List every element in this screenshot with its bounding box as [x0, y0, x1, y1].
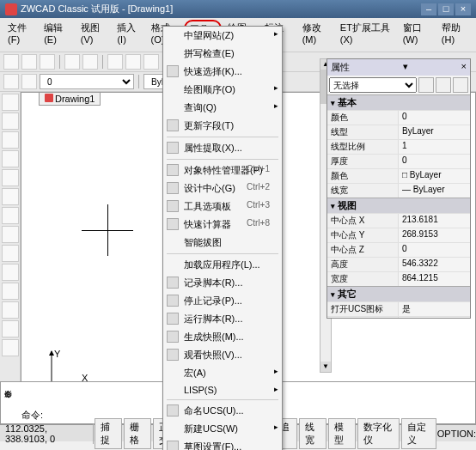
- document-tab[interactable]: Drawing1: [39, 92, 101, 106]
- hatch-tool[interactable]: [2, 264, 19, 281]
- menu-item-22[interactable]: LISP(S): [163, 382, 282, 398]
- status-toggle[interactable]: 捕捉: [95, 418, 122, 449]
- menu-item-icon: [167, 313, 179, 325]
- menu-0[interactable]: 文件(F): [3, 20, 38, 50]
- menu-item-18[interactable]: 运行脚本(R)...: [163, 310, 282, 328]
- menu-10[interactable]: 窗口(W): [399, 20, 436, 50]
- prop-row[interactable]: 颜色□ ByLayer: [327, 168, 470, 183]
- new-button[interactable]: [3, 54, 19, 70]
- menu-item-5[interactable]: 更新字段(T): [163, 117, 282, 135]
- line-tool[interactable]: [2, 94, 19, 111]
- menu-item-17[interactable]: 停止记录(P)...: [163, 292, 282, 310]
- menu-item-1[interactable]: 拼写检查(E): [163, 45, 282, 63]
- text-tool[interactable]: [2, 283, 19, 300]
- menu-8[interactable]: 修改(M): [298, 20, 334, 50]
- menu-item-10[interactable]: 设计中心(G)Ctrl+2: [163, 179, 282, 198]
- preview-button[interactable]: [82, 54, 98, 70]
- menu-item-7[interactable]: 属性提取(X)...: [163, 139, 282, 157]
- layer-props-button[interactable]: [21, 74, 37, 89]
- minimize-button[interactable]: –: [421, 3, 436, 15]
- region-tool[interactable]: [2, 320, 19, 338]
- doc-icon: [45, 94, 53, 102]
- menu-item-3[interactable]: 绘图顺序(O): [163, 81, 282, 99]
- print-button[interactable]: [64, 54, 80, 70]
- status-toggle[interactable]: 自定义: [401, 418, 436, 449]
- prop-row[interactable]: UCS名称: [327, 316, 470, 318]
- prop-row[interactable]: 中心点 Y268.9153: [327, 228, 470, 242]
- menu-item-icon: [167, 182, 179, 194]
- rect-tool[interactable]: [2, 169, 19, 186]
- prop-row[interactable]: 中心点 X213.6181: [327, 213, 470, 228]
- pline-tool[interactable]: [2, 131, 19, 149]
- menu-separator: [167, 137, 278, 137]
- save-button[interactable]: [40, 54, 55, 70]
- menu-item-26[interactable]: 草图设置(F)...: [163, 438, 282, 450]
- close-button[interactable]: ×: [455, 3, 471, 15]
- copy-button[interactable]: [125, 54, 141, 70]
- menu-item-20[interactable]: 观看快照(V)...: [163, 346, 282, 364]
- menu-2[interactable]: 视图(V): [76, 20, 112, 50]
- layer-button[interactable]: [3, 74, 19, 89]
- menu-item-icon: [167, 164, 179, 176]
- menu-11[interactable]: 帮助(H): [437, 20, 473, 50]
- spline-tool[interactable]: [2, 226, 19, 243]
- status-toggle[interactable]: 数字化仪: [357, 418, 400, 449]
- quick-select-button[interactable]: [418, 77, 434, 93]
- menu-item-12[interactable]: 快速计算器Ctrl+8: [163, 216, 282, 234]
- pin-icon[interactable]: ▾: [403, 61, 408, 74]
- menu-item-9[interactable]: 对象特性管理器(P)Ctrl+1: [163, 161, 282, 179]
- prop-row[interactable]: 中心点 Z0: [327, 242, 470, 257]
- ellipse-tool[interactable]: [2, 245, 19, 262]
- panel-close-icon[interactable]: ×: [461, 61, 467, 74]
- menu-item-4[interactable]: 查询(Q): [163, 99, 282, 117]
- prop-row[interactable]: 打开UCS图标是: [327, 301, 470, 316]
- menu-item-24[interactable]: 命名UCS(U)...: [163, 402, 282, 420]
- toggle-button[interactable]: [453, 77, 468, 93]
- prop-row[interactable]: 高度546.3322: [327, 257, 470, 271]
- menu-item-21[interactable]: 宏(A): [163, 364, 282, 382]
- circle-tool[interactable]: [2, 207, 19, 224]
- menu-item-25[interactable]: 新建UCS(W): [163, 420, 282, 438]
- arc-tool[interactable]: [2, 188, 19, 205]
- panel-header[interactable]: 属性 ▾ ×: [327, 59, 470, 76]
- prop-row[interactable]: 线型比例1: [327, 139, 470, 154]
- xline-tool[interactable]: [2, 112, 19, 130]
- menu-item-13[interactable]: 智能拔图: [163, 234, 282, 252]
- menu-item-icon: [167, 349, 179, 361]
- prop-group[interactable]: 其它: [327, 286, 470, 301]
- layer-select[interactable]: 0: [40, 74, 134, 89]
- scroll-down-icon[interactable]: ▼: [320, 362, 331, 372]
- menu-3[interactable]: 插入(I): [113, 20, 144, 50]
- menu-item-icon: [167, 200, 179, 212]
- prop-group[interactable]: 视图: [327, 198, 470, 213]
- status-toggle[interactable]: 线宽: [299, 418, 326, 449]
- status-toggle[interactable]: 栅格: [124, 418, 151, 449]
- paste-button[interactable]: [143, 54, 159, 70]
- cut-button[interactable]: [107, 54, 123, 70]
- polygon-tool[interactable]: [2, 150, 19, 167]
- prop-row[interactable]: 厚度0: [327, 154, 470, 168]
- menu-1[interactable]: 编辑(E): [40, 20, 75, 50]
- menu-item-icon: [167, 277, 179, 289]
- command-prompt[interactable]: 命令:: [21, 409, 43, 422]
- status-toggle[interactable]: 模型: [328, 418, 356, 449]
- menu-item-16[interactable]: 记录脚本(R)...: [163, 274, 282, 292]
- table-tool[interactable]: [2, 339, 19, 356]
- menu-item-11[interactable]: 工具选项板Ctrl+3: [163, 198, 282, 216]
- menu-item-0[interactable]: 中望网站(Z): [163, 27, 282, 45]
- selection-filter[interactable]: 无选择: [329, 77, 417, 93]
- prop-row[interactable]: 宽度864.1215: [327, 271, 470, 286]
- menu-item-19[interactable]: 生成快照(M)...: [163, 328, 282, 346]
- menu-item-icon: [167, 119, 179, 131]
- prop-row[interactable]: 线宽— ByLayer: [327, 183, 470, 198]
- prop-row[interactable]: 颜色0: [327, 110, 470, 125]
- menu-item-2[interactable]: 快速选择(K)...: [163, 63, 282, 81]
- prop-row[interactable]: 线型ByLayer: [327, 125, 470, 139]
- menu-9[interactable]: ET扩展工具(X): [336, 20, 397, 50]
- point-tool[interactable]: [2, 301, 19, 319]
- prop-group[interactable]: 基本: [327, 94, 470, 110]
- menu-item-15[interactable]: 加载应用程序(L)...: [163, 256, 282, 274]
- pick-button[interactable]: [436, 77, 451, 93]
- maximize-button[interactable]: □: [438, 3, 454, 15]
- open-button[interactable]: [21, 54, 37, 70]
